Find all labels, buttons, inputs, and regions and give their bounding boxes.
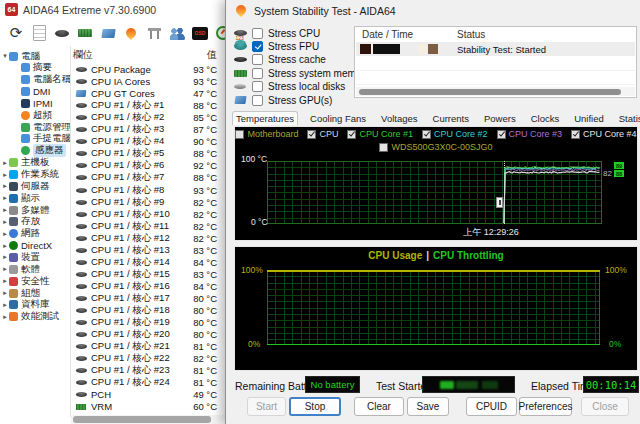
- tree-expand-arrow[interactable]: ▸: [1, 265, 9, 273]
- sensor-row[interactable]: PCH49 °C: [71, 389, 225, 401]
- sensor-row[interactable]: CPU #1 / 核心 #588 °C: [71, 148, 225, 160]
- sensor-row[interactable]: CPU #1 / 核心 #1980 °C: [71, 317, 225, 329]
- sidebar-item-summary-icon[interactable]: 摘要: [13, 62, 52, 74]
- sidebar-item-computer-icon[interactable]: ▾電腦: [1, 50, 40, 62]
- sensor-row[interactable]: CPU #1 / 核心 #1484 °C: [71, 256, 225, 268]
- checkbox-stress-cache[interactable]: [252, 54, 263, 65]
- report-icon-button[interactable]: [31, 25, 47, 41]
- sidebar-item-directx-icon[interactable]: ▸DirectX: [1, 240, 52, 252]
- sidebar-item-power-management-icon[interactable]: 電源管理: [13, 121, 70, 133]
- legend-checkbox[interactable]: [347, 130, 356, 139]
- sensor-row[interactable]: CPU #1 / 核心 #982 °C: [71, 196, 225, 208]
- save-button[interactable]: Save: [407, 397, 449, 416]
- tree-expand-arrow[interactable]: ▸: [1, 171, 9, 179]
- tab-currents[interactable]: Currents: [430, 112, 472, 125]
- sensor-row[interactable]: CPU #1 / 核心 #1880 °C: [71, 305, 225, 317]
- sensor-row[interactable]: CPU #1 / 核心 #2481 °C: [71, 377, 225, 389]
- sidebar-item-config-icon[interactable]: ▸組態: [1, 287, 40, 299]
- sidebar-item-storage-icon[interactable]: ▸存放: [1, 216, 40, 228]
- benchmark-icon-button[interactable]: [146, 25, 162, 41]
- tree-expand-arrow[interactable]: ▾: [1, 52, 9, 60]
- preferences-button[interactable]: Preferences: [519, 397, 572, 416]
- sidebar-item-sensors-clock-icon[interactable]: 感應器: [13, 145, 66, 157]
- checkbox-stress-fpu[interactable]: [252, 41, 263, 52]
- scrollbar-thumb[interactable]: [73, 416, 211, 423]
- sensor-row[interactable]: CPU #1 / 核心 #2282 °C: [71, 353, 225, 365]
- tree-expand-arrow[interactable]: ▸: [1, 289, 9, 297]
- tab-unified[interactable]: Unified: [571, 112, 607, 125]
- sensor-row[interactable]: CPU #1 / 核心 #1383 °C: [71, 244, 225, 256]
- sensor-row[interactable]: CPU #1 / 核心 #1182 °C: [71, 220, 225, 232]
- column-header-value[interactable]: 值: [207, 48, 217, 62]
- cpuid-button[interactable]: CPUID: [466, 397, 517, 416]
- tree-expand-arrow[interactable]: ▸: [1, 230, 9, 238]
- checkbox-stress-local-disks[interactable]: [252, 81, 263, 92]
- sensor-row[interactable]: CPU #1 / 核心 #1282 °C: [71, 232, 225, 244]
- tree-expand-arrow[interactable]: ▸: [1, 253, 9, 261]
- sensor-row[interactable]: CPU #1 / 核心 #788 °C: [71, 172, 225, 184]
- memory-icon-button[interactable]: [77, 25, 93, 41]
- tree-expand-arrow[interactable]: ▸: [1, 194, 9, 202]
- cpu-icon-button[interactable]: [54, 25, 70, 41]
- sensor-row[interactable]: CPU Package93 °C: [71, 64, 225, 76]
- users-icon-button[interactable]: [169, 25, 185, 41]
- sensor-row[interactable]: CPU #1 / 核心 #1583 °C: [71, 268, 225, 280]
- sidebar-item-network-icon[interactable]: ▸網路: [1, 228, 40, 240]
- legend-checkbox[interactable]: [235, 130, 244, 139]
- tree-expand-arrow[interactable]: ▸: [1, 313, 9, 321]
- sensor-row[interactable]: CPU #1 / 核心 #285 °C: [71, 112, 225, 124]
- legend-checkbox[interactable]: [571, 130, 580, 139]
- tree-expand-arrow[interactable]: ▸: [1, 159, 9, 167]
- stop-button[interactable]: Stop: [289, 397, 341, 416]
- column-header-datetime[interactable]: Date / Time: [362, 29, 413, 40]
- sensor-row[interactable]: CPU #1 / 核心 #2181 °C: [71, 341, 225, 353]
- event-log-row[interactable]: Stability Test: Started: [356, 42, 635, 56]
- scrollbar-thumb[interactable]: [359, 89, 621, 95]
- tab-voltages[interactable]: Voltages: [378, 112, 420, 125]
- sidebar-item-display-icon[interactable]: ▸顯示: [1, 192, 40, 204]
- tree-expand-arrow[interactable]: ▸: [1, 206, 9, 214]
- sensor-row[interactable]: CPU #1 / 核心 #2381 °C: [71, 365, 225, 377]
- checkbox-stress-gpu-s-[interactable]: [252, 95, 263, 106]
- sidebar-item-dmi-icon[interactable]: DMI: [13, 86, 50, 98]
- tree-expand-arrow[interactable]: ▸: [1, 182, 9, 190]
- column-header-field[interactable]: 欄位: [73, 48, 93, 62]
- sensor-row[interactable]: CPU #1 / 核心 #1780 °C: [71, 292, 225, 304]
- tab-temperatures[interactable]: Temperatures: [232, 111, 298, 125]
- sensor-row[interactable]: CPU IA Cores93 °C: [71, 76, 225, 88]
- tree-expand-arrow[interactable]: ▸: [1, 301, 9, 309]
- sensor-row[interactable]: CPU #1 / 核心 #490 °C: [71, 136, 225, 148]
- tree-expand-arrow[interactable]: ▸: [1, 218, 9, 226]
- sidebar-item-devices-icon[interactable]: ▸裝置: [1, 251, 40, 263]
- sidebar-item-computer-name-icon[interactable]: 電腦名稱: [13, 74, 70, 86]
- tab-powers[interactable]: Powers: [481, 112, 519, 125]
- sensor-row[interactable]: CPU #1 / 核心 #188 °C: [71, 100, 225, 112]
- sensor-row[interactable]: CPU #1 / 核心 #387 °C: [71, 124, 225, 136]
- checkbox-stress-cpu[interactable]: [252, 28, 263, 39]
- tree-expand-arrow[interactable]: ▸: [1, 277, 9, 285]
- tab-statistics[interactable]: Statistics: [616, 112, 640, 125]
- sensor-row[interactable]: CPU #1 / 核心 #692 °C: [71, 160, 225, 172]
- event-log-horizontal-scrollbar[interactable]: [356, 87, 635, 96]
- legend-checkbox[interactable]: [379, 143, 388, 152]
- sidebar-item-ipmi-icon[interactable]: IPMI: [13, 97, 53, 109]
- sidebar-item-multimedia-icon[interactable]: ▸多媒體: [1, 204, 50, 216]
- tree-expand-arrow[interactable]: ▸: [1, 242, 9, 250]
- sidebar-item-laptop-icon[interactable]: 手提電腦: [13, 133, 70, 145]
- tab-cooling-fans[interactable]: Cooling Fans: [307, 112, 369, 125]
- sensor-list-horizontal-scrollbar[interactable]: [71, 415, 225, 424]
- sidebar-item-os-windows-icon[interactable]: ▸作業系統: [1, 169, 59, 181]
- sensor-row[interactable]: VRM60 °C: [71, 401, 225, 413]
- sidebar-item-motherboard-icon[interactable]: ▸主機板: [1, 157, 50, 169]
- sidebar-item-software-icon[interactable]: ▸軟體: [1, 263, 40, 275]
- legend-checkbox[interactable]: [497, 130, 506, 139]
- legend-checkbox[interactable]: [307, 130, 316, 139]
- refresh-icon-button[interactable]: [8, 25, 24, 41]
- sidebar-item-benchmark-icon[interactable]: ▸效能測試: [1, 311, 59, 323]
- legend-checkbox[interactable]: [422, 130, 431, 139]
- sensor-row[interactable]: CPU #1 / 核心 #2080 °C: [71, 329, 225, 341]
- sensor-row[interactable]: CPU #1 / 核心 #1684 °C: [71, 280, 225, 292]
- osd-icon-button[interactable]: [192, 25, 208, 41]
- sidebar-item-server-icon[interactable]: ▸伺服器: [1, 180, 50, 192]
- right-titlebar[interactable]: System Stability Test - AIDA64: [226, 0, 640, 22]
